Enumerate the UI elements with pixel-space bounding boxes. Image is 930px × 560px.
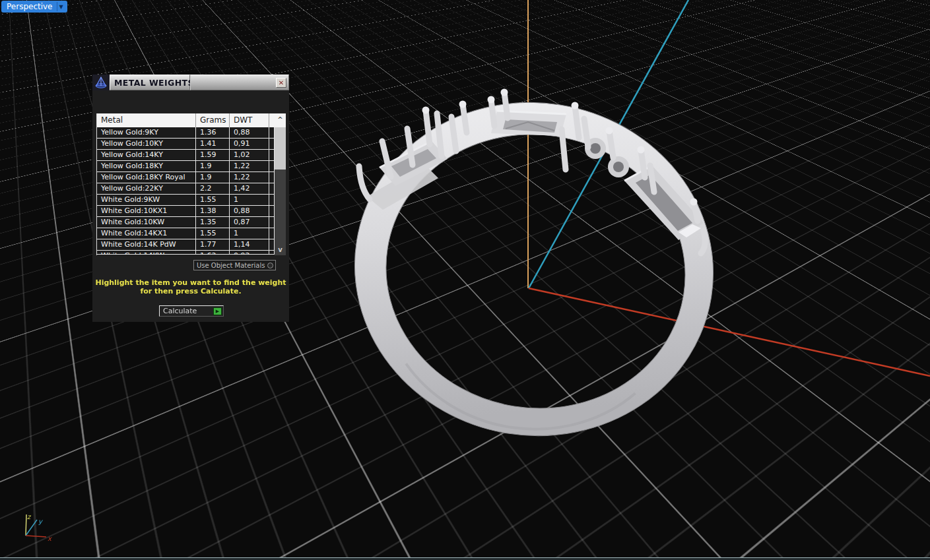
metal-weights-icon	[92, 75, 110, 90]
cell-metal[interactable]: White Gold:14KW	[97, 251, 196, 255]
cell-grams[interactable]: 1.35	[196, 217, 230, 228]
cell-spacer	[269, 206, 275, 217]
cell-metal[interactable]: Yellow Gold:14KY	[97, 150, 196, 161]
cell-dwt[interactable]: 0,87	[230, 217, 269, 228]
column-header-grams: Grams	[196, 113, 230, 127]
close-icon[interactable]: ✕	[276, 78, 286, 88]
cell-grams[interactable]: 1.77	[196, 239, 230, 251]
calculate-button[interactable]: Calculate ▶	[159, 305, 224, 317]
cell-metal[interactable]: Yellow Gold:18KY	[97, 161, 196, 172]
scrollbar-thumb[interactable]	[275, 127, 286, 170]
cell-dwt[interactable]: 0,92	[230, 251, 269, 255]
gizmo-x-label: x	[48, 535, 52, 542]
chevron-down-icon[interactable]: ▼	[57, 2, 65, 11]
materials-radio-icon	[267, 263, 273, 268]
viewport-title-label: Perspective	[7, 2, 53, 11]
application-window: z y x Perspective ▼ METAL WEIGHTS ✕ Libr	[0, 0, 930, 560]
table-header: Metal Grams DWT	[97, 113, 275, 127]
cell-grams[interactable]: 2.2	[196, 183, 230, 195]
table-row[interactable]: Yellow Gold:18KY 1.9 1,22	[97, 161, 275, 172]
cell-metal[interactable]: Yellow Gold:22KY	[97, 183, 196, 195]
cell-spacer	[269, 239, 275, 251]
window-bottom-edge	[0, 557, 930, 560]
cell-dwt[interactable]: 0,88	[230, 127, 269, 139]
cell-spacer	[269, 183, 275, 195]
cell-grams[interactable]: 1.55	[196, 195, 230, 206]
cell-grams[interactable]: 1.36	[196, 127, 230, 139]
cell-dwt[interactable]: 1,02	[230, 150, 269, 161]
cell-spacer	[269, 127, 275, 139]
cell-spacer	[269, 195, 275, 206]
gizmo-z-label: z	[27, 513, 32, 520]
table-row[interactable]: White Gold:9KW 1.55 1	[97, 195, 275, 206]
table-row[interactable]: White Gold:10KX1 1.38 0,88	[97, 206, 275, 217]
cell-grams[interactable]: 1.38	[196, 206, 230, 217]
table-row[interactable]: Yellow Gold:22KY 2.2 1,42	[97, 183, 275, 195]
cell-grams[interactable]: 1.59	[196, 150, 230, 161]
table-body: Yellow Gold:9KY 1.36 0,88 Yellow Gold:10…	[97, 127, 275, 255]
cell-grams[interactable]: 1.62	[196, 251, 230, 255]
cell-dwt[interactable]: 1,22	[230, 172, 269, 183]
cell-dwt[interactable]: 0,91	[230, 139, 269, 150]
scrollbar-down-icon[interactable]: v	[275, 246, 286, 255]
column-header-dwt: DWT	[230, 113, 269, 127]
dialog-titlebar[interactable]: METAL WEIGHTS ✕	[92, 75, 289, 90]
cell-dwt[interactable]: 0,88	[230, 206, 269, 217]
cell-dwt[interactable]: 1,42	[230, 183, 269, 195]
table-row[interactable]: Yellow Gold:18KY Royal 1.9 1,22	[97, 172, 275, 183]
horizontal-axis-line	[529, 288, 930, 376]
table-scrollbar[interactable]: ^ v	[275, 113, 286, 255]
cell-spacer	[269, 217, 275, 228]
cell-metal[interactable]: White Gold:14K PdW	[97, 239, 196, 251]
instruction-text: Highlight the item you want to find the …	[92, 278, 289, 296]
cell-grams[interactable]: 1.9	[196, 161, 230, 172]
cell-metal[interactable]: White Gold:9KW	[97, 195, 196, 206]
use-object-materials-dropdown[interactable]: Use Object Materials	[193, 260, 276, 270]
cell-grams[interactable]: 1.55	[196, 228, 230, 239]
table-row[interactable]: White Gold:14KW 1.62 0,92	[97, 251, 275, 255]
table-row[interactable]: Yellow Gold:9KY 1.36 0,88	[97, 127, 275, 139]
scrollbar-up-icon[interactable]: ^	[275, 113, 286, 127]
cell-dwt[interactable]: 1	[230, 195, 269, 206]
table-row[interactable]: Yellow Gold:14KY 1.59 1,02	[97, 150, 275, 161]
dialog-title: METAL WEIGHTS	[110, 75, 190, 90]
cell-metal[interactable]: Yellow Gold:18KY Royal	[97, 172, 196, 183]
play-icon: ▶	[213, 307, 222, 315]
viewport-title-button[interactable]: Perspective ▼	[1, 1, 67, 13]
cell-grams[interactable]: 1.9	[196, 172, 230, 183]
cell-dwt[interactable]: 1,14	[230, 239, 269, 251]
calculate-label: Calculate	[163, 307, 197, 315]
use-object-materials-label: Use Object Materials	[197, 262, 265, 269]
cell-spacer	[269, 251, 275, 255]
cell-spacer	[269, 150, 275, 161]
column-header-spacer	[269, 113, 275, 127]
cell-metal[interactable]: White Gold:10KW	[97, 217, 196, 228]
cell-spacer	[269, 228, 275, 239]
table-row[interactable]: White Gold:10KW 1.35 0,87	[97, 217, 275, 228]
table-row[interactable]: Yellow Gold:10KY 1.41 0,91	[97, 139, 275, 150]
column-header-metal: Metal	[97, 113, 196, 127]
metal-weights-dialog: METAL WEIGHTS ✕ Library: METAL GV I User…	[92, 75, 289, 322]
cell-metal[interactable]: White Gold:10KX1	[97, 206, 196, 217]
axis-gizmo: z y x	[26, 513, 52, 542]
cell-spacer	[269, 139, 275, 150]
metal-table: Metal Grams DWT Yellow Gold:9KY 1.36 0,8…	[96, 113, 286, 255]
cell-spacer	[269, 161, 275, 172]
scrollbar-track[interactable]: v	[275, 170, 286, 255]
cell-grams[interactable]: 1.41	[196, 139, 230, 150]
table-row[interactable]: White Gold:14KX1 1.55 1	[97, 228, 275, 239]
cell-dwt[interactable]: 1,22	[230, 161, 269, 172]
cell-spacer	[269, 172, 275, 183]
ring-model	[331, 77, 737, 461]
table-row[interactable]: White Gold:14K PdW 1.77 1,14	[97, 239, 275, 251]
cell-metal[interactable]: White Gold:14KX1	[97, 228, 196, 239]
cell-dwt[interactable]: 1	[230, 228, 269, 239]
cell-metal[interactable]: Yellow Gold:9KY	[97, 127, 196, 139]
cell-metal[interactable]: Yellow Gold:10KY	[97, 139, 196, 150]
gizmo-y-label: y	[38, 518, 43, 526]
